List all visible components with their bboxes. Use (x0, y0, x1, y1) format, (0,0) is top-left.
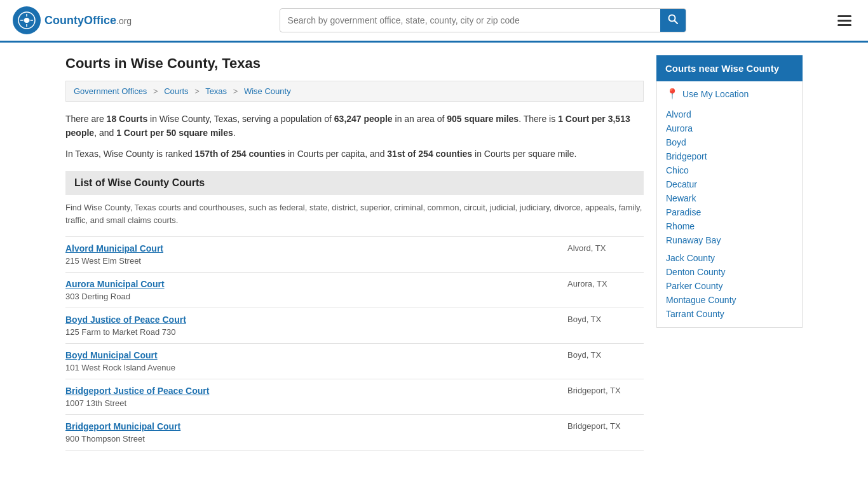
logo-text: CountyOffice.org (44, 14, 132, 27)
court-entry: Bridgeport Municipal Court 900 Thompson … (65, 414, 644, 451)
sidebar-city-link[interactable]: Boyd (666, 135, 793, 149)
court-name-link[interactable]: Alvord Municipal Court (65, 243, 555, 254)
rank-paragraph: In Texas, Wise County is ranked 157th of… (65, 147, 644, 161)
court-info: Bridgeport Justice of Peace Court 1007 1… (65, 386, 555, 408)
intro-paragraph: There are 18 Courts in Wise County, Texa… (65, 112, 644, 140)
court-city-state: Bridgeport, TX (555, 421, 644, 431)
search-input[interactable] (280, 10, 660, 30)
court-name-link[interactable]: Aurora Municipal Court (65, 279, 555, 289)
list-header: List of Wise County Courts (65, 171, 644, 195)
sidebar-county-link[interactable]: Denton County (666, 265, 793, 279)
courts-count: 18 Courts (107, 114, 148, 124)
menu-line (837, 20, 851, 22)
sidebar: Courts near Wise County 📍 Use My Locatio… (656, 55, 803, 451)
sidebar-city-link[interactable]: Rhome (666, 219, 793, 233)
sidebar-city-link[interactable]: Decatur (666, 177, 793, 191)
court-info: Bridgeport Municipal Court 900 Thompson … (65, 421, 555, 444)
court-city-state: Bridgeport, TX (555, 386, 644, 395)
use-location-label: Use My Location (682, 89, 749, 99)
breadcrumb-link-wise-county[interactable]: Wise County (244, 86, 291, 96)
court-info: Boyd Justice of Peace Court 125 Farm to … (65, 315, 555, 337)
menu-line (837, 24, 851, 26)
sidebar-county-link[interactable]: Montague County (666, 293, 793, 307)
sidebar-content: 📍 Use My Location AlvordAuroraBoydBridge… (656, 81, 803, 328)
breadcrumb-separator: > (194, 86, 200, 96)
court-name-link[interactable]: Bridgeport Justice of Peace Court (65, 386, 555, 396)
sidebar-city-link[interactable]: Chico (666, 163, 793, 177)
site-header: CountyOffice.org (0, 0, 868, 43)
per-sqmile: 1 Court per 50 square miles (116, 128, 233, 138)
menu-line (837, 15, 851, 17)
svg-line-3 (674, 21, 677, 24)
population: 63,247 people (334, 114, 393, 124)
court-address: 101 West Rock Island Avenue (65, 363, 175, 372)
court-entry: Boyd Justice of Peace Court 125 Farm to … (65, 308, 644, 343)
page-title: Courts in Wise County, Texas (65, 55, 644, 72)
court-address: 125 Farm to Market Road 730 (65, 327, 175, 337)
court-name-link[interactable]: Bridgeport Municipal Court (65, 421, 555, 431)
sidebar-city-link[interactable]: Alvord (666, 107, 793, 121)
breadcrumb-separator: > (153, 86, 158, 96)
hamburger-menu-button[interactable] (834, 11, 855, 30)
search-bar (280, 8, 686, 32)
court-city-state: Alvord, TX (555, 243, 644, 253)
courts-list: Alvord Municipal Court 215 West Elm Stre… (65, 236, 644, 451)
court-entry: Boyd Municipal Court 101 West Rock Islan… (65, 343, 644, 379)
court-info: Aurora Municipal Court 303 Derting Road (65, 279, 555, 301)
sidebar-county-link[interactable]: Tarrant County (666, 307, 793, 321)
court-city-state: Aurora, TX (555, 279, 644, 288)
content-area: Courts in Wise County, Texas Government … (65, 55, 644, 451)
court-address: 1007 13th Street (65, 398, 126, 408)
breadcrumb-separator: > (233, 86, 238, 96)
court-address: 900 Thompson Street (65, 434, 145, 444)
sidebar-title: Courts near Wise County (656, 55, 803, 81)
breadcrumb: Government Offices > Courts > Texas > Wi… (65, 81, 644, 102)
sidebar-city-link[interactable]: Aurora (666, 121, 793, 135)
court-entry: Alvord Municipal Court 215 West Elm Stre… (65, 236, 644, 272)
sidebar-county-link[interactable]: Jack County (666, 251, 793, 265)
sidebar-city-link[interactable]: Bridgeport (666, 149, 793, 163)
sidebar-city-link[interactable]: Runaway Bay (666, 233, 793, 247)
logo[interactable]: CountyOffice.org (13, 6, 132, 34)
breadcrumb-link-texas[interactable]: Texas (205, 86, 227, 96)
breadcrumb-link-courts[interactable]: Courts (164, 86, 188, 96)
court-name-link[interactable]: Boyd Municipal Court (65, 350, 555, 360)
court-address: 303 Derting Road (65, 292, 130, 301)
rank2: 31st of 254 counties (387, 149, 472, 159)
main-wrapper: Courts in Wise County, Texas Government … (53, 43, 815, 463)
court-name-link[interactable]: Boyd Justice of Peace Court (65, 315, 555, 325)
court-entry: Bridgeport Justice of Peace Court 1007 1… (65, 379, 644, 414)
logo-icon (13, 6, 41, 34)
search-button[interactable] (660, 9, 686, 32)
court-entry: Aurora Municipal Court 303 Derting Road … (65, 272, 644, 308)
court-city-state: Boyd, TX (555, 350, 644, 360)
breadcrumb-link-government-offices[interactable]: Government Offices (74, 86, 147, 96)
svg-point-1 (24, 18, 29, 23)
list-description: Find Wise County, Texas courts and court… (65, 201, 644, 226)
court-info: Boyd Municipal Court 101 West Rock Islan… (65, 350, 555, 372)
sidebar-counties: Jack CountyDenton CountyParker CountyMon… (666, 251, 793, 321)
court-city-state: Boyd, TX (555, 315, 644, 324)
sidebar-city-link[interactable]: Newark (666, 191, 793, 205)
use-my-location-link[interactable]: 📍 Use My Location (666, 88, 793, 100)
sidebar-city-link[interactable]: Paradise (666, 205, 793, 219)
rank1: 157th of 254 counties (195, 149, 285, 159)
area: 905 square miles (447, 114, 519, 124)
location-pin-icon: 📍 (666, 88, 679, 100)
court-info: Alvord Municipal Court 215 West Elm Stre… (65, 243, 555, 266)
sidebar-county-link[interactable]: Parker County (666, 279, 793, 293)
sidebar-cities: AlvordAuroraBoydBridgeportChicoDecaturNe… (666, 107, 793, 247)
court-address: 215 West Elm Street (65, 256, 141, 266)
